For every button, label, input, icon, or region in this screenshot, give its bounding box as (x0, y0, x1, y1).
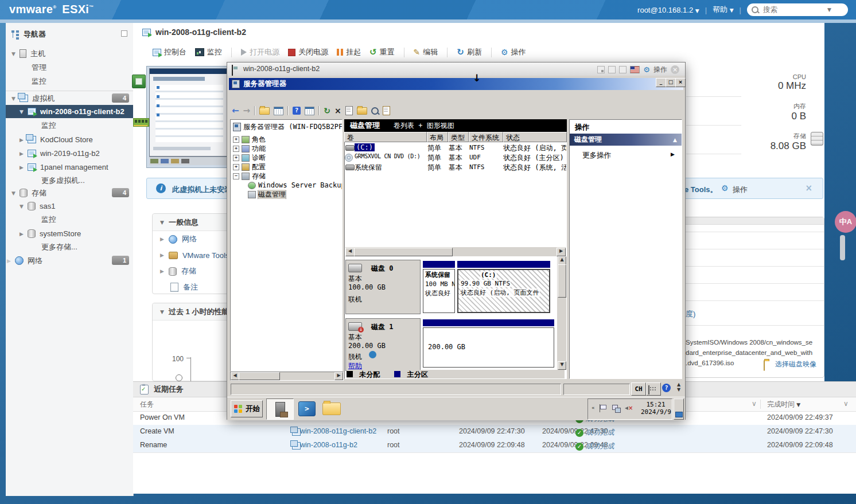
sidebar-item-more-storage[interactable]: 更多存储... (6, 240, 133, 253)
tree-node-configuration[interactable]: + 配置 (231, 162, 342, 171)
server-manager-titlebar[interactable]: 服务器管理器 (229, 78, 683, 90)
sidebar-item-vm-kodcloud[interactable]: ▶ KodCloud Store (6, 133, 133, 146)
sidebar-item-host-manage[interactable]: 管理 (6, 61, 133, 74)
column-status[interactable]: 状态 (503, 132, 567, 142)
actions-button[interactable]: ⚙操作 (499, 47, 528, 57)
show-panel-icon[interactable] (305, 107, 314, 115)
console-actions-button[interactable]: 操作 (653, 65, 667, 75)
scroll-right-button[interactable]: ▶ (557, 248, 566, 256)
chevron-right-icon[interactable]: ▶ (20, 231, 28, 237)
tree-node-diagnostics[interactable]: + 诊断 (231, 153, 342, 162)
unallocated-space[interactable]: 200.00 GB (423, 327, 554, 368)
keyboard-button[interactable] (646, 382, 661, 396)
user-menu[interactable]: root@10.168.1.2 ▼ (637, 6, 699, 14)
reset-button[interactable]: ↺重置 (367, 47, 397, 57)
close-button[interactable]: × (675, 78, 686, 87)
show-hidden-icons[interactable]: « (592, 405, 595, 411)
minimize-button[interactable]: _ (656, 78, 666, 87)
volume-row-dvd[interactable]: GRMSXVOL_CN_DVD (D:) 简单 基本 UDF 状态良好 (主分区… (344, 153, 567, 162)
disk0-info[interactable]: 磁盘 0 基本 100.00 GB 联机 (345, 260, 421, 314)
close-icon[interactable]: × (671, 65, 679, 74)
column-volume[interactable]: 卷 (344, 132, 427, 142)
scroll-down-button[interactable]: ▼ (558, 361, 566, 370)
ime-toolbar-arrows[interactable]: ▲▼ (677, 382, 680, 392)
popout-icon[interactable] (121, 30, 127, 37)
tree-node-roles[interactable]: + 角色 (231, 135, 342, 144)
search-input[interactable] (762, 5, 824, 14)
sidebar-item-vm-selected[interactable]: ▼ win-2008-o11g-client-b2 (6, 105, 133, 118)
ime-help-icon[interactable]: ? (662, 384, 671, 392)
chevron-down-icon[interactable]: ▼ (827, 7, 831, 13)
gear-icon[interactable]: ⚙ (643, 65, 650, 74)
show-console-tree-icon[interactable] (274, 107, 283, 115)
console-button[interactable]: 控制台 (150, 47, 189, 57)
start-button[interactable]: 开始 (231, 400, 263, 417)
refresh-button[interactable]: ↻刷新 (454, 47, 484, 57)
tree-node-disk-management[interactable]: 磁盘管理 (231, 190, 342, 199)
suspend-button[interactable]: 挂起 (334, 47, 363, 57)
notice-actions-button[interactable]: 操作 (733, 185, 748, 195)
layout-icon[interactable] (608, 66, 616, 73)
close-icon[interactable]: × (805, 183, 812, 193)
search-box[interactable]: ▼ (747, 3, 848, 16)
sidebar-item-storage-systemstore[interactable]: ▶ systemStore (6, 227, 133, 240)
scroll-right-button[interactable]: ▶ (334, 372, 343, 380)
sidebar-item-storage-sas1[interactable]: ▼ sas1 (6, 200, 133, 213)
translate-float-button[interactable]: 中A (835, 211, 856, 233)
chevron-down-icon[interactable]: ▼ (20, 109, 28, 115)
task-row[interactable]: Rename win-2008-o11g-b2 root 2024/09/09 … (133, 439, 856, 453)
power-on-button[interactable]: 打开电源 (239, 47, 282, 57)
taskbar-explorer-button[interactable] (322, 403, 341, 415)
monitor-button[interactable]: 监控 (193, 47, 224, 57)
folder-up-icon[interactable] (259, 107, 270, 115)
select-disk-image-link[interactable]: 选择磁盘映像 (775, 360, 816, 369)
hw-row-link-fragment[interactable]: 度) (686, 309, 695, 319)
sidebar-item-vm-win2019[interactable]: ▶ win-2019-o11g-b2 (6, 147, 133, 160)
chevron-down-icon[interactable]: ▼ (11, 190, 20, 196)
scroll-thumb[interactable] (558, 264, 566, 298)
scroll-left-button[interactable]: ◀ (231, 372, 239, 380)
task-row[interactable]: Create VM win-2008-o11g-client-b2 root 2… (133, 425, 856, 439)
scroll-left-button[interactable]: ◀ (345, 248, 355, 256)
sidebar-section-vms[interactable]: ▼ 虚拟机 4 (6, 92, 133, 105)
sidebar-item-vm-monitor[interactable]: 监控 (6, 119, 133, 132)
volume-hscrollbar[interactable]: ◀ ▶ (345, 247, 566, 256)
properties-icon[interactable] (345, 106, 353, 115)
guest-screen[interactable]: 服务器管理器 _ □ × ← → ? ↻ × (227, 76, 685, 420)
power-off-button[interactable]: 关闭电源 (286, 47, 330, 57)
sidebar-section-storage[interactable]: ▼ 存储 4 (6, 186, 133, 200)
chevron-right-icon[interactable]: ▶ (7, 258, 15, 264)
expand-icon[interactable]: + (233, 146, 239, 152)
expand-icon[interactable]: + (233, 164, 239, 170)
filter-icon[interactable]: ∨ (843, 400, 849, 408)
task-target-link[interactable]: win-2008-o11g-b2 (300, 441, 357, 449)
refresh-icon[interactable]: ↻ (324, 106, 330, 115)
graph-vscrollbar[interactable]: ▲ ▼ (557, 256, 566, 370)
taskbar-powershell-button[interactable]: > (298, 401, 316, 416)
help-icon[interactable]: ? (293, 107, 301, 115)
open-folder-icon[interactable] (357, 107, 367, 115)
maximize-button[interactable]: □ (666, 78, 676, 87)
scroll-thumb[interactable] (239, 372, 280, 380)
sidebar-item-host-monitor[interactable]: 监控 (6, 75, 133, 88)
tree-node-storage[interactable]: − 存储 (231, 171, 342, 181)
expand-icon[interactable]: + (233, 136, 239, 143)
tree-root[interactable]: 服务器管理器 (WIN-FDQ5B2PF2G (231, 122, 342, 131)
keyboard-layout-flag-icon[interactable] (630, 66, 640, 73)
partition-system-reserved[interactable]: 系统保留 100 MB N 状态良好 (423, 269, 455, 313)
vm-console-thumbnail[interactable] (146, 66, 229, 168)
console-titlebar[interactable]: win-2008-o11g-client-b2 ⚙ 操作 × (227, 62, 685, 76)
back-icon[interactable]: ← (232, 106, 239, 116)
tree-node-wsb[interactable]: Windows Server Backup (231, 181, 342, 190)
column-type[interactable]: 类型 (448, 132, 469, 142)
column-layout[interactable]: 布局 (427, 132, 448, 142)
chevron-right-icon[interactable]: ▶ (20, 151, 28, 157)
help-menu[interactable]: 帮助 ▼ (713, 5, 734, 15)
forward-icon[interactable]: → (243, 106, 251, 116)
gear-icon[interactable]: ⚙ (721, 183, 729, 193)
scroll-up-button[interactable]: ▲ (558, 256, 566, 265)
sidebar-item-host[interactable]: ▼ 主机 (6, 47, 133, 60)
chevron-down-icon[interactable]: ▼ (11, 51, 20, 57)
chevron-down-icon[interactable]: ▼ (20, 204, 28, 209)
sidebar-item-storage-monitor[interactable]: 监控 (6, 213, 133, 226)
